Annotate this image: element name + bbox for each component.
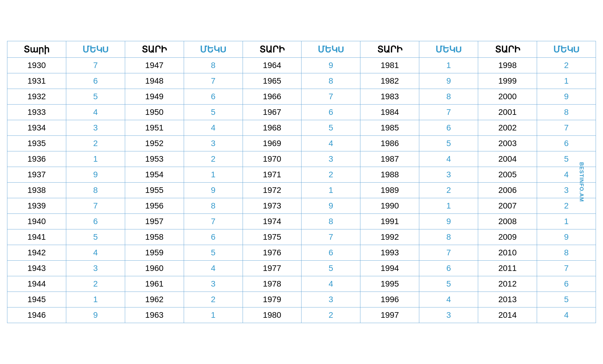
year-cell: 1942 [7, 245, 66, 261]
table-row: 1931619487196581982919991 [7, 73, 596, 89]
number-cell: 4 [66, 245, 125, 261]
year-cell: 1972 [243, 183, 302, 198]
year-cell: 1948 [125, 73, 184, 89]
year-cell: 1979 [243, 292, 302, 307]
number-cell: 2 [184, 292, 243, 307]
number-cell: 1 [537, 214, 596, 229]
number-cell: 6 [302, 245, 360, 261]
number-cell: 1 [419, 58, 478, 73]
year-cell: 1947 [125, 58, 184, 73]
year-cell: 1974 [243, 214, 302, 229]
year-cell: 2013 [478, 292, 537, 307]
year-cell: 2005 [478, 167, 537, 183]
number-cell: 7 [302, 229, 360, 245]
number-cell: 6 [537, 276, 596, 292]
year-cell: 2002 [478, 120, 537, 136]
year-cell: 1943 [7, 261, 66, 276]
header-num-5: ՄԵԿU [537, 41, 596, 58]
number-cell: 3 [302, 151, 360, 167]
year-cell: 1937 [7, 167, 66, 183]
main-table: Տարի ՄԵԿU ՏԱՐԻ ՄԵԿU ՏԱՐԻ ՄԵԿU ՏԱՐԻ ՄԵԿU … [7, 41, 596, 323]
year-cell: 1933 [7, 105, 66, 120]
number-cell: 9 [184, 183, 243, 198]
table-row: 1946919631198021997320144 [7, 307, 596, 323]
number-cell: 9 [537, 229, 596, 245]
year-cell: 1930 [7, 58, 66, 73]
header-year-3: ՏԱՐԻ [243, 41, 302, 58]
number-cell: 5 [537, 292, 596, 307]
year-cell: 1968 [243, 120, 302, 136]
number-cell: 3 [66, 261, 125, 276]
table-row: 1941519586197571992820099 [7, 229, 596, 245]
table-row: 1940619577197481991920081 [7, 214, 596, 229]
year-cell: 1996 [360, 292, 419, 307]
watermark: BESTINFO.AM [578, 162, 584, 202]
year-cell: 1992 [360, 229, 419, 245]
number-cell: 5 [537, 151, 596, 167]
year-cell: 1967 [243, 105, 302, 120]
year-cell: 2009 [478, 229, 537, 245]
number-cell: 8 [537, 245, 596, 261]
number-cell: 2 [537, 198, 596, 214]
year-cell: 1962 [125, 292, 184, 307]
header-row: Տարի ՄԵԿU ՏԱՐԻ ՄԵԿU ՏԱՐԻ ՄԵԿU ՏԱՐԻ ՄԵԿU … [7, 41, 596, 58]
number-cell: 1 [66, 292, 125, 307]
number-cell: 3 [419, 167, 478, 183]
number-cell: 4 [302, 136, 360, 151]
number-cell: 2 [537, 58, 596, 73]
year-cell: 1978 [243, 276, 302, 292]
number-cell: 1 [419, 198, 478, 214]
number-cell: 5 [419, 136, 478, 151]
table-row: 1945119622197931996420135 [7, 292, 596, 307]
year-cell: 1986 [360, 136, 419, 151]
number-cell: 6 [302, 105, 360, 120]
table-row: 1930719478196491981119982 [7, 58, 596, 73]
year-cell: 1993 [360, 245, 419, 261]
year-cell: 1971 [243, 167, 302, 183]
number-cell: 6 [66, 73, 125, 89]
number-cell: 7 [184, 214, 243, 229]
number-cell: 6 [419, 261, 478, 276]
year-cell: 1991 [360, 214, 419, 229]
number-cell: 5 [184, 105, 243, 120]
year-cell: 2010 [478, 245, 537, 261]
number-cell: 9 [537, 89, 596, 105]
year-cell: 1945 [7, 292, 66, 307]
year-cell: 1982 [360, 73, 419, 89]
number-cell: 9 [419, 73, 478, 89]
number-cell: 9 [302, 58, 360, 73]
number-cell: 2 [184, 151, 243, 167]
header-num-1: ՄԵԿU [66, 41, 125, 58]
number-cell: 7 [302, 89, 360, 105]
year-cell: 2008 [478, 214, 537, 229]
number-cell: 1 [66, 151, 125, 167]
year-cell: 2000 [478, 89, 537, 105]
year-cell: 1975 [243, 229, 302, 245]
number-cell: 3 [419, 307, 478, 323]
number-cell: 2 [66, 276, 125, 292]
number-cell: 4 [184, 261, 243, 276]
number-cell: 4 [184, 120, 243, 136]
number-cell: 9 [419, 214, 478, 229]
header-year-4: ՏԱՐԻ [360, 41, 419, 58]
year-cell: 1950 [125, 105, 184, 120]
number-cell: 5 [419, 276, 478, 292]
number-cell: 2 [66, 136, 125, 151]
number-cell: 3 [66, 120, 125, 136]
number-cell: 8 [66, 183, 125, 198]
year-cell: 1976 [243, 245, 302, 261]
header-num-3: ՄԵԿU [302, 41, 360, 58]
year-cell: 1951 [125, 120, 184, 136]
number-cell: 2 [302, 167, 360, 183]
year-cell: 1988 [360, 167, 419, 183]
number-cell: 1 [302, 183, 360, 198]
number-cell: 3 [537, 183, 596, 198]
year-cell: 1998 [478, 58, 537, 73]
year-cell: 2004 [478, 151, 537, 167]
number-cell: 7 [66, 198, 125, 214]
year-cell: 1956 [125, 198, 184, 214]
year-cell: 2011 [478, 261, 537, 276]
year-cell: 1961 [125, 276, 184, 292]
number-cell: 8 [184, 198, 243, 214]
number-cell: 4 [419, 151, 478, 167]
